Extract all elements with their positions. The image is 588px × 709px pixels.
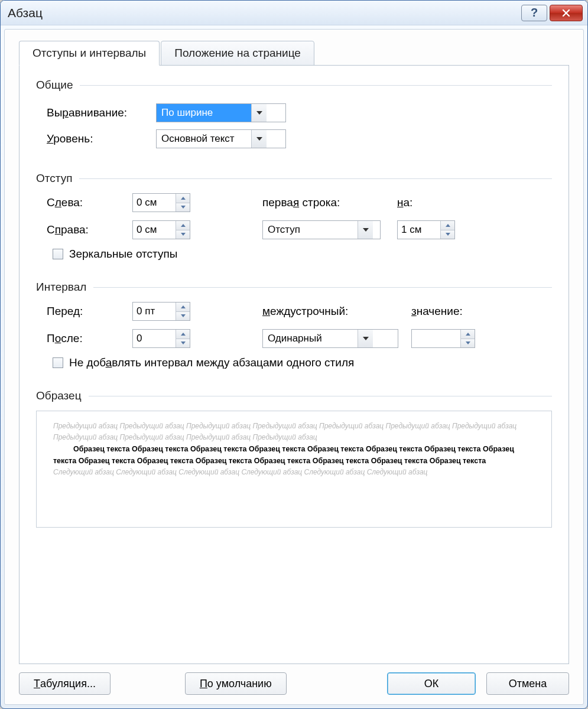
help-button[interactable]: ? bbox=[521, 5, 547, 21]
indent-right-label: Справа: bbox=[47, 223, 132, 236]
indent-by-label: на: bbox=[397, 196, 468, 209]
spin-down-icon[interactable] bbox=[176, 203, 190, 212]
nospace-label: Не добавлять интервал между абзацами одн… bbox=[69, 356, 354, 369]
preview-box: Предыдущий абзац Предыдущий абзац Предыд… bbox=[36, 411, 552, 528]
spacing-at-label: значение: bbox=[411, 305, 488, 318]
tab-indents[interactable]: Отступы и интервалы bbox=[19, 41, 160, 66]
firstline-label: первая строка: bbox=[262, 196, 386, 209]
dialog-buttons: Табуляция... По умолчанию ОК Отмена bbox=[19, 672, 569, 695]
tab-indents-label: Отступы и интервалы bbox=[33, 47, 146, 59]
alignment-combo[interactable]: По ширине bbox=[156, 103, 286, 122]
tab-position-label: Положение на странице bbox=[174, 47, 301, 59]
spin-up-icon[interactable] bbox=[176, 303, 190, 312]
client-area: Отступы и интервалы Положение на страниц… bbox=[4, 29, 584, 705]
window-title: Абзац bbox=[8, 6, 519, 20]
group-general-label: Общие bbox=[36, 79, 73, 92]
chevron-down-icon bbox=[363, 228, 369, 232]
spin-down-icon[interactable] bbox=[176, 339, 190, 348]
preview-next-para: Следующий абзац Следующий абзац Следующи… bbox=[53, 467, 535, 478]
spacing-after-input[interactable] bbox=[133, 330, 176, 347]
titlebar: Абзац ? bbox=[1, 1, 587, 25]
spacing-after-label: После: bbox=[47, 332, 132, 345]
firstline-dropdown-button[interactable] bbox=[358, 221, 373, 239]
alignment-dropdown-button[interactable] bbox=[251, 104, 267, 122]
tabs-button[interactable]: Табуляция... bbox=[19, 672, 111, 695]
spacing-before-input[interactable] bbox=[133, 303, 176, 320]
tab-position[interactable]: Положение на странице bbox=[161, 41, 314, 66]
group-spacing-title: Интервал bbox=[36, 281, 552, 294]
group-indent-label: Отступ bbox=[36, 172, 72, 185]
indent-by-input[interactable] bbox=[398, 221, 440, 239]
ok-button[interactable]: ОК bbox=[387, 672, 476, 695]
spin-down-icon[interactable] bbox=[461, 339, 475, 348]
help-icon: ? bbox=[531, 6, 538, 19]
alignment-value: По ширине bbox=[157, 104, 251, 122]
preview-sample: Образец текста Образец текста Образец те… bbox=[53, 443, 535, 467]
indent-by-spinner[interactable] bbox=[397, 220, 455, 239]
group-indent-title: Отступ bbox=[36, 172, 552, 185]
cancel-button[interactable]: Отмена bbox=[486, 672, 569, 695]
alignment-label: Выравнивание: bbox=[47, 106, 156, 119]
linespacing-value: Одинарный bbox=[263, 330, 358, 347]
chevron-down-icon bbox=[256, 137, 262, 141]
linespacing-label: междустрочный: bbox=[262, 305, 386, 318]
spin-down-icon[interactable] bbox=[441, 230, 454, 239]
spacing-at-input[interactable] bbox=[412, 330, 460, 347]
group-spacing-label: Интервал bbox=[36, 281, 86, 294]
close-button[interactable] bbox=[550, 5, 583, 21]
paragraph-dialog: Абзац ? Отступы и интервалы Положение на… bbox=[0, 0, 588, 709]
mirror-indents-checkbox[interactable] bbox=[53, 249, 63, 259]
level-dropdown-button[interactable] bbox=[251, 130, 267, 148]
group-preview-label: Образец bbox=[36, 389, 82, 402]
chevron-down-icon bbox=[363, 337, 369, 340]
spin-up-icon[interactable] bbox=[176, 330, 190, 339]
group-general-title: Общие bbox=[36, 79, 552, 92]
indent-left-input[interactable] bbox=[133, 194, 176, 212]
level-label: Уровень: bbox=[47, 132, 156, 145]
tab-strip: Отступы и интервалы Положение на страниц… bbox=[19, 41, 569, 66]
spacing-before-label: Перед: bbox=[47, 305, 132, 318]
linespacing-combo[interactable]: Одинарный bbox=[262, 329, 398, 348]
level-value: Основной текст bbox=[157, 130, 251, 148]
close-icon bbox=[561, 8, 571, 18]
mirror-indents-label: Зеркальные отступы bbox=[69, 248, 177, 261]
indent-left-spinner[interactable] bbox=[132, 193, 190, 212]
spin-down-icon[interactable] bbox=[176, 230, 190, 239]
linespacing-dropdown-button[interactable] bbox=[358, 330, 373, 347]
spacing-before-spinner[interactable] bbox=[132, 302, 190, 321]
spin-down-icon[interactable] bbox=[176, 312, 190, 321]
spacing-at-spinner[interactable] bbox=[411, 329, 475, 348]
tab-body: Общие Выравнивание: По ширине Уровень: О… bbox=[19, 65, 569, 664]
firstline-value: Отступ bbox=[263, 221, 358, 239]
nospace-checkbox[interactable] bbox=[53, 357, 63, 368]
group-preview-title: Образец bbox=[36, 389, 552, 402]
spin-up-icon[interactable] bbox=[441, 221, 454, 230]
level-combo[interactable]: Основной текст bbox=[156, 129, 286, 148]
indent-right-spinner[interactable] bbox=[132, 220, 190, 239]
indent-left-label: Слева: bbox=[47, 196, 132, 209]
indent-right-input[interactable] bbox=[133, 221, 176, 239]
spin-up-icon[interactable] bbox=[176, 194, 190, 203]
spacing-after-spinner[interactable] bbox=[132, 329, 190, 348]
preview-prev-para: Предыдущий абзац Предыдущий абзац Предыд… bbox=[53, 421, 535, 443]
firstline-combo[interactable]: Отступ bbox=[262, 220, 381, 239]
spin-up-icon[interactable] bbox=[461, 330, 475, 339]
spin-up-icon[interactable] bbox=[176, 221, 190, 230]
chevron-down-icon bbox=[256, 111, 262, 115]
default-button[interactable]: По умолчанию bbox=[185, 672, 287, 695]
